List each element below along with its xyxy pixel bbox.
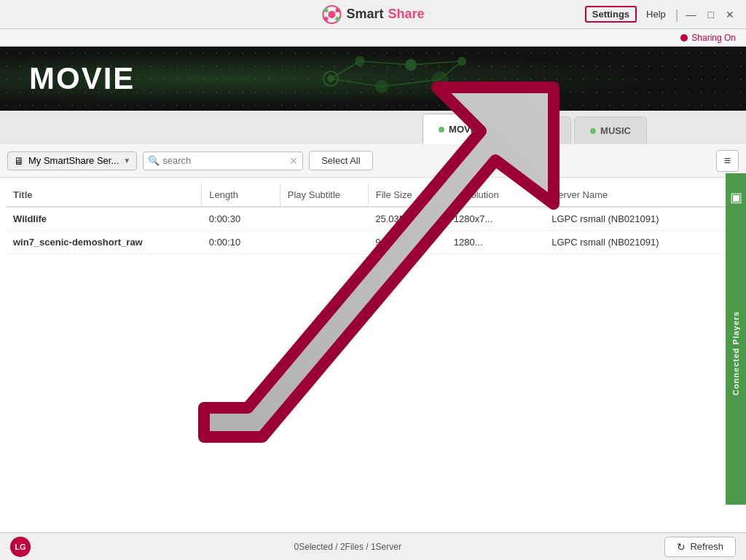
file-table: Title Length Play Subtitle File Size Res…	[6, 184, 740, 254]
row0-length: 0:00:30	[202, 207, 280, 231]
svg-line-17	[360, 61, 411, 65]
lg-logo: LG	[10, 537, 31, 557]
col-header-server: Server Name	[544, 184, 740, 207]
refresh-button[interactable]: ↻ Refresh	[664, 537, 736, 557]
sidebar-label: Connected Players	[731, 311, 740, 395]
svg-point-3	[335, 8, 339, 12]
svg-point-4	[323, 17, 328, 21]
row0-server: LGPC rsmall (NB021091)	[544, 207, 740, 231]
main-content: 🖥 My SmartShare Ser... ▼ 🔍 ✕ Select All …	[0, 144, 746, 532]
svg-line-15	[331, 61, 360, 79]
help-button[interactable]: Help	[640, 7, 672, 22]
col-header-title: Title	[6, 184, 202, 207]
tab-photo-dot	[526, 128, 532, 134]
tab-bar: MOVIE O MUSIC	[0, 111, 746, 144]
col-header-filesize: File Size	[368, 184, 447, 207]
svg-point-1	[328, 11, 335, 18]
refresh-icon: ↻	[677, 541, 686, 553]
hero-banner: MOVIE	[0, 47, 746, 111]
minimize-button[interactable]: —	[682, 7, 701, 22]
tab-movie-label: MOVIE	[449, 124, 479, 135]
col-header-resolution: Resolution	[447, 184, 544, 207]
menu-button[interactable]: ≡	[716, 150, 739, 172]
toolbar: 🖥 My SmartShare Ser... ▼ 🔍 ✕ Select All …	[0, 144, 746, 178]
col-header-length: Length	[202, 184, 280, 207]
lg-logo-circle: LG	[10, 537, 31, 557]
row1-server: LGPC rsmall (NB021091)	[544, 231, 740, 254]
title-separator: |	[675, 8, 679, 21]
app-wrapper: SmartShare Settings Help | — □ ✕ Sharing…	[0, 0, 746, 560]
maximize-button[interactable]: □	[704, 7, 718, 22]
svg-point-2	[323, 8, 328, 12]
tab-movie-dot	[439, 127, 444, 133]
row0-subtitle	[280, 207, 368, 231]
row1-subtitle	[280, 231, 368, 254]
row1-filesize: 9.25MB	[368, 231, 447, 254]
svg-line-16	[331, 79, 382, 87]
status-bar: LG 0Selected / 2Files / 1Server ↻ Refres…	[0, 532, 746, 560]
row1-resolution: 1280...	[447, 231, 544, 254]
svg-line-20	[440, 61, 462, 79]
title-bar-controls: Settings Help | — □ ✕	[585, 6, 739, 23]
table-row[interactable]: Wildlife 0:00:30 25.03MB 1280x7... LGPC …	[6, 207, 740, 231]
svg-line-18	[382, 79, 440, 87]
title-bar: SmartShare Settings Help | — □ ✕	[0, 0, 746, 29]
app-logo: SmartShare	[321, 4, 424, 25]
refresh-label: Refresh	[690, 541, 723, 552]
row0-resolution: 1280x7...	[447, 207, 544, 231]
table-body: Wildlife 0:00:30 25.03MB 1280x7... LGPC …	[6, 207, 740, 254]
table-header: Title Length Play Subtitle File Size Res…	[6, 184, 740, 207]
search-icon: 🔍	[148, 155, 160, 166]
server-icon: 🖥	[14, 155, 24, 167]
settings-button[interactable]: Settings	[585, 6, 637, 23]
select-all-button[interactable]: Select All	[309, 151, 372, 170]
sharing-label: Sharing On	[691, 33, 736, 43]
hero-network-decoration	[272, 47, 491, 111]
sharing-dot	[680, 34, 688, 42]
logo-smart: Smart	[346, 7, 383, 22]
search-box: 🔍 ✕	[143, 151, 303, 170]
table-row[interactable]: win7_scenic-demoshort_raw 0:00:10 9.25MB…	[6, 231, 740, 254]
logo-icon	[321, 4, 342, 25]
connected-players-sidebar[interactable]: ▣ Connected Players	[726, 173, 746, 505]
file-table-container: Title Length Play Subtitle File Size Res…	[0, 178, 746, 532]
sharing-bar: Sharing On	[0, 29, 746, 47]
sharing-status: Sharing On	[680, 33, 736, 43]
row1-length: 0:00:10	[202, 231, 280, 254]
server-dropdown[interactable]: 🖥 My SmartShare Ser... ▼	[7, 151, 137, 170]
close-button[interactable]: ✕	[721, 7, 739, 22]
tab-music[interactable]: MUSIC	[574, 117, 647, 144]
row1-title: win7_scenic-demoshort_raw	[6, 231, 202, 254]
tab-music-dot	[590, 128, 596, 134]
row0-filesize: 25.03MB	[368, 207, 447, 231]
dropdown-arrow-icon: ▼	[123, 157, 130, 165]
svg-line-19	[411, 61, 462, 65]
search-input[interactable]	[162, 155, 286, 166]
sidebar-panel-icon: ▣	[730, 189, 742, 205]
hero-title: MOVIE	[0, 61, 135, 96]
svg-point-5	[335, 17, 339, 21]
search-clear-icon[interactable]: ✕	[289, 155, 298, 167]
content-area: 🖥 My SmartShare Ser... ▼ 🔍 ✕ Select All …	[0, 144, 746, 532]
tab-photo[interactable]: O	[498, 117, 571, 144]
server-dropdown-label: My SmartShare Ser...	[28, 155, 119, 166]
col-header-subtitle: Play Subtitle	[280, 184, 368, 207]
row0-title: Wildlife	[6, 207, 202, 231]
status-info: 0Selected / 2Files / 1Server	[294, 542, 401, 552]
tab-movie[interactable]: MOVIE	[423, 114, 495, 144]
logo-share: Share	[388, 7, 425, 22]
tab-music-label: MUSIC	[600, 125, 631, 136]
tab-photo-label: O	[536, 125, 543, 136]
